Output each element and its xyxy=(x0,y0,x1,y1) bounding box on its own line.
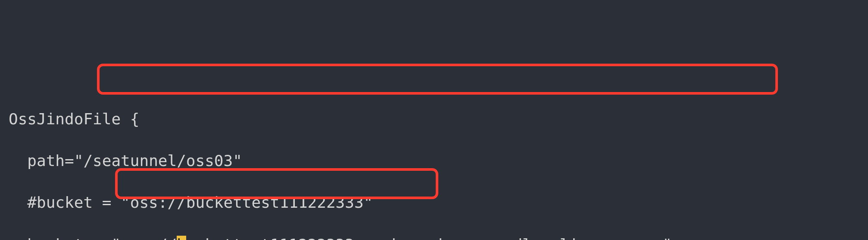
cursor-highlight: b xyxy=(177,236,186,240)
code-line-2: path="/seatunnel/oss03" xyxy=(9,151,859,172)
bucket-value-suffix: uckettest111222333.cn-hangzhou.oss-dls.a… xyxy=(186,236,672,240)
code-line-1: OssJindoFile { xyxy=(9,109,859,130)
code-line-3: #bucket = "oss://buckettest111222333" xyxy=(9,192,859,213)
path-key: path xyxy=(27,152,65,169)
block-header: OssJindoFile { xyxy=(9,110,139,128)
bucket-value-prefix: "oss:// xyxy=(111,236,177,240)
code-line-4: bucket = "oss://buckettest111222333.cn-h… xyxy=(9,234,859,240)
code-block[interactable]: OssJindoFile { path="/seatunnel/oss03" #… xyxy=(9,88,859,240)
path-value: "/seatunnel/oss03" xyxy=(74,152,242,169)
bucket-comment: #bucket = "oss://buckettest111222333" xyxy=(27,194,373,211)
bucket-key: bucket = xyxy=(27,236,102,240)
